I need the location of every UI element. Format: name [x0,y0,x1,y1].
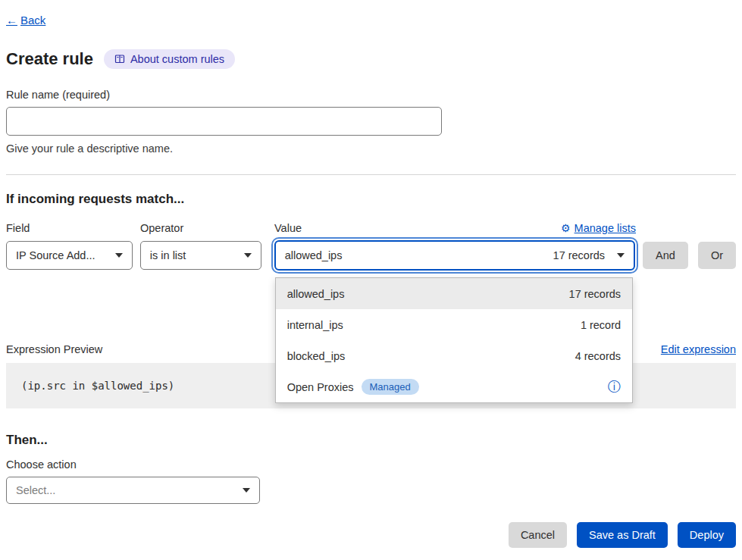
chevron-down-icon [115,253,123,258]
page-title: Create rule [6,49,93,69]
then-section-title: Then... [6,433,736,448]
chevron-down-icon [617,253,625,258]
back-label: Back [20,14,45,27]
list-item-blocked-ips[interactable]: blocked_ips 4 records [276,340,632,371]
list-item-name: blocked_ips [287,350,346,362]
value-records-count: 17 records [553,249,606,261]
field-select-value: IP Source Add... [16,249,95,261]
field-label: Field [6,222,133,234]
list-item-internal-ips[interactable]: internal_ips 1 record [276,309,632,340]
list-item-name: internal_ips [287,319,343,331]
choose-action-label: Choose action [6,458,736,471]
manage-lists-label: Manage lists [575,222,636,234]
operator-select[interactable]: is in list [140,241,261,270]
manage-lists-link[interactable]: ⚙ Manage lists [561,222,636,234]
value-combobox-value: allowed_ips [285,249,343,261]
badge-label: About custom rules [130,53,224,65]
rule-name-helper: Give your rule a descriptive name. [6,142,736,155]
expression-code: (ip.src in $allowed_ips) [21,380,174,392]
back-link[interactable]: ← Back [6,14,45,27]
value-combobox[interactable]: allowed_ips 17 records [274,240,635,271]
and-button[interactable]: And [643,242,688,269]
list-item-allowed-ips[interactable]: allowed_ips 17 records [276,278,632,309]
deploy-button[interactable]: Deploy [678,522,736,548]
info-icon[interactable]: ⓘ [608,380,621,393]
field-select[interactable]: IP Source Add... [6,241,133,270]
value-label: Value [274,222,302,234]
value-combobox-wrap: allowed_ips 17 records allowed_ips 17 re… [274,240,635,271]
list-item-name: allowed_ips [287,288,345,300]
rule-name-label: Rule name (required) [6,89,736,101]
operator-select-value: is in list [150,249,186,261]
about-custom-rules-badge[interactable]: About custom rules [104,49,235,69]
edit-expression-link[interactable]: Edit expression [661,343,736,355]
chevron-down-icon [243,488,250,493]
chevron-down-icon [244,253,252,258]
match-section-title: If incoming requests match... [6,192,736,207]
list-item-detail: 4 records [575,350,621,362]
match-controls-row: IP Source Add... is in list allowed_ips … [6,240,736,271]
back-arrow-icon: ← [6,14,17,27]
create-rule-page: ← Back Create rule About custom rules Ru… [0,0,742,560]
title-row: Create rule About custom rules [6,49,736,69]
list-item-detail: 17 records [569,288,621,300]
expression-preview-label: Expression Preview [6,343,102,355]
action-select[interactable]: Select... [6,477,260,504]
list-item-detail: 1 record [581,319,621,331]
footer-actions: Cancel Save as Draft Deploy [6,522,736,548]
managed-badge: Managed [362,379,419,395]
list-item-name: Open Proxies [287,381,354,393]
match-labels-row: Field Operator Value ⚙ Manage lists [6,222,736,234]
save-as-draft-button[interactable]: Save as Draft [577,522,668,548]
action-select-placeholder: Select... [16,484,55,496]
list-item-open-proxies[interactable]: Open Proxies Managed ⓘ [276,371,632,402]
section-divider [6,174,736,175]
rule-name-input[interactable] [6,107,442,136]
or-button[interactable]: Or [698,242,736,269]
operator-label: Operator [140,222,261,234]
cancel-button[interactable]: Cancel [509,522,567,548]
gear-icon: ⚙ [561,222,571,234]
book-icon [114,54,125,64]
value-dropdown-list: allowed_ips 17 records internal_ips 1 re… [275,277,633,403]
